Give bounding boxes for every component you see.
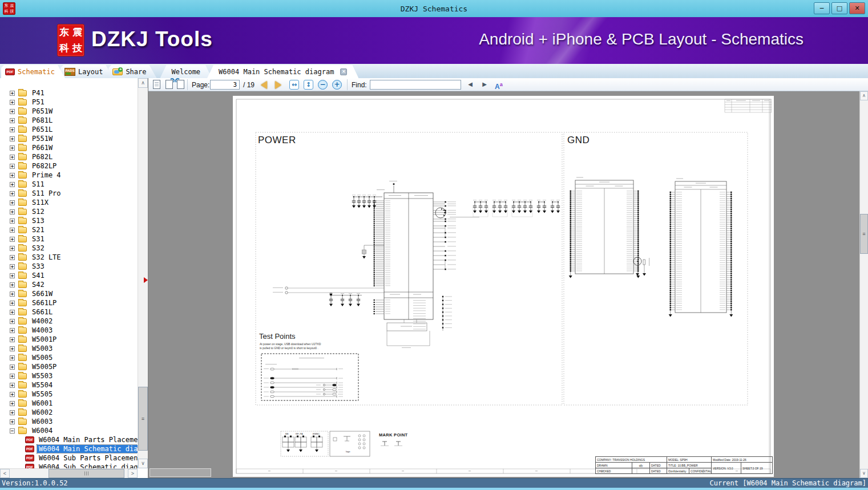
tree-folder-item[interactable]: +S661W — [0, 289, 138, 298]
scroll-right-icon[interactable]: > — [128, 469, 138, 478]
rotate-left-icon[interactable] — [165, 80, 173, 89]
tree-folder-item[interactable]: +W5003 — [0, 344, 138, 353]
tree-folder-item[interactable]: +W5504 — [0, 380, 138, 390]
expand-icon[interactable]: + — [10, 383, 15, 388]
tree-folder-item[interactable]: +W6001 — [0, 399, 138, 408]
scroll-left-icon[interactable]: < — [0, 469, 10, 478]
tree-folder-item[interactable]: +S32 LTE — [0, 253, 138, 262]
tree-folder-item[interactable]: +W5005P — [0, 362, 138, 371]
tree-folder-item[interactable]: +W4002 — [0, 317, 138, 326]
expand-icon[interactable]: + — [10, 374, 15, 379]
expand-icon[interactable]: + — [10, 401, 15, 406]
tree-folder-item[interactable]: +P682LP — [0, 161, 138, 171]
expand-icon[interactable]: + — [10, 319, 15, 324]
tree-document-item[interactable]: PDFW6004 Sub Parts Placement — [0, 453, 138, 463]
tree-folder-item[interactable]: +S32 — [0, 244, 138, 253]
tree-folder-item[interactable]: +S661LP — [0, 298, 138, 307]
tab-layout[interactable]: PADS Layout — [60, 65, 113, 78]
tree-folder-item[interactable]: +S13 — [0, 216, 138, 225]
expand-icon[interactable]: + — [10, 291, 15, 297]
sidebar-vscroll-thumb[interactable]: ≡ — [138, 387, 148, 451]
expand-icon[interactable]: + — [10, 100, 15, 105]
expand-icon[interactable]: + — [10, 182, 15, 187]
expand-icon[interactable]: + — [10, 237, 15, 242]
expand-icon[interactable]: + — [10, 273, 15, 278]
minimize-button[interactable]: ─ — [814, 2, 830, 14]
viewer-scroll-up-icon[interactable]: ∧ — [860, 91, 868, 100]
tree-folder-item[interactable]: +W4003 — [0, 326, 138, 335]
tab-document[interactable]: W6004 Main Schematic diagram ✕ — [207, 65, 358, 78]
rotate-right-icon[interactable] — [177, 80, 184, 89]
viewer-hscroll-thumb[interactable] — [150, 468, 211, 477]
scroll-up-icon[interactable]: ∧ — [138, 78, 148, 88]
expand-icon[interactable]: + — [10, 337, 15, 342]
tree-folder-item[interactable]: +P51 — [0, 98, 138, 107]
page-input[interactable] — [210, 80, 240, 90]
fit-page-icon[interactable]: ↕ — [304, 80, 313, 90]
close-button[interactable]: ✕ — [849, 2, 865, 14]
tab-share[interactable]: Share — [108, 65, 156, 78]
tree-folder-item[interactable]: +S42 — [0, 280, 138, 289]
tree-folder-item[interactable]: +P651L — [0, 125, 138, 134]
viewer-vscroll-thumb[interactable]: ≡ — [860, 214, 868, 254]
tree-folder-item[interactable]: +S41 — [0, 271, 138, 280]
tree-document-item[interactable]: PDFW6004 Main Parts Placement — [0, 435, 138, 444]
tree-document-item[interactable]: PDFW6004 Sub Schematic diagram — [0, 463, 138, 468]
tree-folder-item[interactable]: +S661L — [0, 307, 138, 317]
sidebar-vertical-scrollbar[interactable]: ∧ ≡ ∨ — [138, 78, 148, 468]
tab-schematic[interactable]: PDF Schematic — [1, 65, 65, 78]
expand-icon[interactable]: + — [10, 173, 15, 178]
expand-icon[interactable]: + — [10, 155, 15, 160]
maximize-button[interactable]: □ — [831, 2, 847, 14]
expand-icon[interactable]: + — [10, 136, 15, 141]
tree-folder-item[interactable]: +P661W — [0, 143, 138, 152]
expand-icon[interactable]: + — [10, 145, 15, 151]
tree-folder-item[interactable]: +P681L — [0, 116, 138, 125]
tree-document-item[interactable]: PDFW6004 Main Schematic diagram — [0, 444, 138, 453]
expand-icon[interactable]: + — [10, 209, 15, 214]
scroll-down-icon[interactable]: ∨ — [138, 459, 148, 468]
expand-icon[interactable]: + — [10, 109, 15, 114]
expand-icon[interactable]: + — [10, 355, 15, 361]
expand-icon[interactable]: + — [10, 191, 15, 196]
splitter-collapse-arrow[interactable] — [144, 277, 148, 283]
expand-icon[interactable]: + — [10, 228, 15, 233]
tree-folder-item[interactable]: +P651W — [0, 107, 138, 116]
expand-icon[interactable]: + — [10, 365, 15, 370]
expand-icon[interactable]: + — [10, 328, 15, 333]
expand-icon[interactable]: + — [10, 200, 15, 205]
tree-folder-item[interactable]: +W5505 — [0, 390, 138, 399]
expand-icon[interactable]: + — [10, 118, 15, 123]
tree-folder-item[interactable]: +S33 — [0, 262, 138, 271]
tree-folder-item[interactable]: +W6002 — [0, 408, 138, 417]
fit-width-icon[interactable]: ↔ — [289, 80, 299, 90]
tree-folder-item[interactable]: +S11X — [0, 198, 138, 207]
sidebar-horizontal-scrollbar[interactable]: < > — [0, 468, 138, 478]
tree-folder-item[interactable]: +W5001P — [0, 335, 138, 344]
tree-folder-item[interactable]: +W5005 — [0, 353, 138, 362]
copy-page-icon[interactable] — [153, 80, 160, 89]
match-case-icon[interactable]: Aa — [495, 80, 503, 91]
zoom-in-icon[interactable]: + — [332, 80, 342, 90]
tab-welcome[interactable]: Welcome — [160, 65, 212, 78]
next-page-icon[interactable] — [275, 81, 281, 89]
find-next-icon[interactable]: ▶ — [480, 80, 489, 89]
expand-icon[interactable]: + — [10, 127, 15, 132]
expand-icon[interactable]: + — [10, 301, 15, 306]
sidebar-hscroll-thumb[interactable] — [49, 469, 124, 478]
expand-icon[interactable]: + — [10, 282, 15, 287]
expand-icon[interactable]: + — [10, 346, 15, 351]
tree-folder-item[interactable]: +S11 Pro — [0, 189, 138, 198]
tree-folder-item[interactable]: +W6003 — [0, 417, 138, 426]
expand-icon[interactable]: + — [10, 246, 15, 251]
expand-icon[interactable]: + — [10, 255, 15, 260]
viewer-vertical-scrollbar[interactable]: ∧ ≡ ∨ — [859, 91, 868, 478]
expand-icon[interactable]: + — [10, 264, 15, 269]
tree-folder-item[interactable]: +P551W — [0, 134, 138, 143]
expand-icon[interactable]: + — [10, 392, 15, 397]
find-input[interactable] — [370, 80, 461, 90]
collapse-icon[interactable]: − — [10, 428, 15, 434]
tree-folder-item[interactable]: −W6004 — [0, 426, 138, 435]
find-previous-icon[interactable]: ◀ — [466, 80, 475, 89]
expand-icon[interactable]: + — [10, 91, 15, 96]
